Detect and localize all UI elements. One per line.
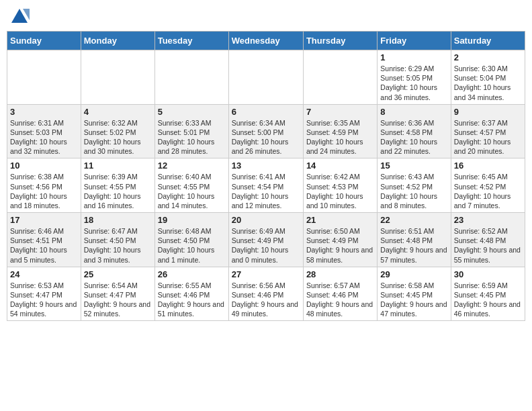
calendar-day-cell: 4Sunrise: 6:32 AM Sunset: 5:02 PM Daylig… — [81, 104, 154, 158]
day-number: 8 — [380, 107, 447, 117]
calendar-day-cell: 5Sunrise: 6:33 AM Sunset: 5:01 PM Daylig… — [154, 104, 228, 158]
day-number: 29 — [380, 269, 447, 279]
logo — [9, 7, 32, 27]
day-info: Sunrise: 6:29 AM Sunset: 5:05 PM Dayligh… — [380, 64, 447, 102]
day-number: 13 — [232, 161, 300, 171]
calendar-day-cell: 1Sunrise: 6:29 AM Sunset: 5:05 PM Daylig… — [378, 50, 451, 105]
day-info: Sunrise: 6:34 AM Sunset: 5:00 PM Dayligh… — [232, 118, 300, 156]
calendar-day-cell: 28Sunrise: 6:57 AM Sunset: 4:46 PM Dayli… — [303, 267, 377, 321]
calendar-header: SundayMondayTuesdayWednesdayThursdayFrid… — [7, 32, 525, 50]
day-number: 12 — [158, 161, 226, 171]
calendar-week-row: 10Sunrise: 6:38 AM Sunset: 4:56 PM Dayli… — [7, 158, 525, 213]
day-number: 3 — [10, 107, 78, 117]
day-number: 1 — [380, 52, 447, 62]
day-number: 30 — [454, 269, 522, 279]
day-number: 5 — [158, 107, 226, 117]
day-info: Sunrise: 6:42 AM Sunset: 4:53 PM Dayligh… — [306, 172, 374, 210]
calendar-day-cell: 19Sunrise: 6:48 AM Sunset: 4:50 PM Dayli… — [154, 213, 228, 267]
day-info: Sunrise: 6:36 AM Sunset: 4:58 PM Dayligh… — [380, 118, 447, 156]
calendar-day-cell: 22Sunrise: 6:51 AM Sunset: 4:48 PM Dayli… — [378, 213, 451, 267]
day-info: Sunrise: 6:32 AM Sunset: 5:02 PM Dayligh… — [84, 118, 152, 156]
day-of-week-header: Wednesday — [228, 32, 303, 50]
day-number: 2 — [454, 52, 522, 62]
day-of-week-header: Monday — [81, 32, 154, 50]
day-of-week-header: Friday — [378, 32, 451, 50]
day-info: Sunrise: 6:51 AM Sunset: 4:48 PM Dayligh… — [380, 226, 447, 265]
day-number: 6 — [232, 107, 300, 117]
day-info: Sunrise: 6:38 AM Sunset: 4:56 PM Dayligh… — [10, 172, 78, 210]
day-number: 25 — [84, 269, 152, 279]
calendar-day-cell: 16Sunrise: 6:45 AM Sunset: 4:52 PM Dayli… — [451, 158, 525, 213]
day-number: 11 — [84, 161, 152, 171]
calendar-day-cell: 15Sunrise: 6:43 AM Sunset: 4:52 PM Dayli… — [378, 158, 451, 213]
calendar-day-cell: 27Sunrise: 6:56 AM Sunset: 4:46 PM Dayli… — [228, 267, 303, 321]
day-info: Sunrise: 6:30 AM Sunset: 5:04 PM Dayligh… — [454, 64, 522, 102]
day-info: Sunrise: 6:31 AM Sunset: 5:03 PM Dayligh… — [10, 118, 78, 156]
day-number: 7 — [306, 107, 374, 117]
day-number: 15 — [380, 161, 447, 171]
calendar-day-cell: 14Sunrise: 6:42 AM Sunset: 4:53 PM Dayli… — [303, 158, 377, 213]
calendar-day-cell — [7, 50, 81, 105]
calendar-week-row: 24Sunrise: 6:53 AM Sunset: 4:47 PM Dayli… — [7, 267, 525, 321]
day-info: Sunrise: 6:39 AM Sunset: 4:55 PM Dayligh… — [84, 172, 152, 210]
day-number: 24 — [10, 269, 78, 279]
day-number: 20 — [232, 215, 300, 225]
day-info: Sunrise: 6:45 AM Sunset: 4:52 PM Dayligh… — [454, 172, 522, 210]
calendar-day-cell: 10Sunrise: 6:38 AM Sunset: 4:56 PM Dayli… — [7, 158, 81, 213]
calendar-week-row: 1Sunrise: 6:29 AM Sunset: 5:05 PM Daylig… — [7, 50, 525, 105]
day-info: Sunrise: 6:41 AM Sunset: 4:54 PM Dayligh… — [232, 172, 300, 210]
calendar-day-cell: 6Sunrise: 6:34 AM Sunset: 5:00 PM Daylig… — [228, 104, 303, 158]
calendar-day-cell: 8Sunrise: 6:36 AM Sunset: 4:58 PM Daylig… — [378, 104, 451, 158]
day-info: Sunrise: 6:35 AM Sunset: 4:59 PM Dayligh… — [306, 118, 374, 156]
calendar-day-cell: 2Sunrise: 6:30 AM Sunset: 5:04 PM Daylig… — [451, 50, 525, 105]
calendar-day-cell: 24Sunrise: 6:53 AM Sunset: 4:47 PM Dayli… — [7, 267, 81, 321]
day-info: Sunrise: 6:57 AM Sunset: 4:46 PM Dayligh… — [306, 281, 374, 319]
day-number: 9 — [454, 107, 522, 117]
calendar-day-cell: 13Sunrise: 6:41 AM Sunset: 4:54 PM Dayli… — [228, 158, 303, 213]
day-info: Sunrise: 6:50 AM Sunset: 4:49 PM Dayligh… — [306, 226, 374, 265]
day-info: Sunrise: 6:55 AM Sunset: 4:46 PM Dayligh… — [158, 281, 226, 319]
calendar-day-cell: 26Sunrise: 6:55 AM Sunset: 4:46 PM Dayli… — [154, 267, 228, 321]
day-number: 23 — [454, 215, 522, 225]
day-number: 26 — [158, 269, 226, 279]
day-number: 27 — [232, 269, 300, 279]
calendar-day-cell: 25Sunrise: 6:54 AM Sunset: 4:47 PM Dayli… — [81, 267, 154, 321]
day-info: Sunrise: 6:46 AM Sunset: 4:51 PM Dayligh… — [10, 226, 78, 265]
day-of-week-header: Tuesday — [154, 32, 228, 50]
calendar-day-cell: 29Sunrise: 6:58 AM Sunset: 4:45 PM Dayli… — [378, 267, 451, 321]
calendar-day-cell: 23Sunrise: 6:52 AM Sunset: 4:48 PM Dayli… — [451, 213, 525, 267]
day-number: 10 — [10, 161, 78, 171]
calendar-week-row: 17Sunrise: 6:46 AM Sunset: 4:51 PM Dayli… — [7, 213, 525, 267]
day-info: Sunrise: 6:52 AM Sunset: 4:48 PM Dayligh… — [454, 226, 522, 265]
day-number: 4 — [84, 107, 152, 117]
calendar-day-cell: 9Sunrise: 6:37 AM Sunset: 4:57 PM Daylig… — [451, 104, 525, 158]
day-number: 18 — [84, 215, 152, 225]
day-of-week-header: Saturday — [451, 32, 525, 50]
calendar-day-cell: 12Sunrise: 6:40 AM Sunset: 4:55 PM Dayli… — [154, 158, 228, 213]
day-number: 17 — [10, 215, 78, 225]
day-info: Sunrise: 6:56 AM Sunset: 4:46 PM Dayligh… — [232, 281, 300, 319]
calendar-day-cell: 11Sunrise: 6:39 AM Sunset: 4:55 PM Dayli… — [81, 158, 154, 213]
calendar-week-row: 3Sunrise: 6:31 AM Sunset: 5:03 PM Daylig… — [7, 104, 525, 158]
day-info: Sunrise: 6:40 AM Sunset: 4:55 PM Dayligh… — [158, 172, 226, 210]
day-number: 21 — [306, 215, 374, 225]
calendar-day-cell — [228, 50, 303, 105]
calendar-body: 1Sunrise: 6:29 AM Sunset: 5:05 PM Daylig… — [7, 50, 525, 321]
day-number: 14 — [306, 161, 374, 171]
day-of-week-header: Sunday — [7, 32, 81, 50]
calendar-day-cell — [81, 50, 154, 105]
logo-icon — [9, 7, 30, 27]
calendar-day-cell: 18Sunrise: 6:47 AM Sunset: 4:50 PM Dayli… — [81, 213, 154, 267]
day-info: Sunrise: 6:58 AM Sunset: 4:45 PM Dayligh… — [380, 281, 447, 319]
day-of-week-header: Thursday — [303, 32, 377, 50]
day-number: 28 — [306, 269, 374, 279]
calendar-day-cell: 20Sunrise: 6:49 AM Sunset: 4:49 PM Dayli… — [228, 213, 303, 267]
calendar-day-cell — [154, 50, 228, 105]
day-info: Sunrise: 6:48 AM Sunset: 4:50 PM Dayligh… — [158, 226, 226, 265]
calendar-day-cell: 17Sunrise: 6:46 AM Sunset: 4:51 PM Dayli… — [7, 213, 81, 267]
day-number: 19 — [158, 215, 226, 225]
day-number: 22 — [380, 215, 447, 225]
calendar-day-cell: 3Sunrise: 6:31 AM Sunset: 5:03 PM Daylig… — [7, 104, 81, 158]
day-info: Sunrise: 6:54 AM Sunset: 4:47 PM Dayligh… — [84, 281, 152, 319]
day-info: Sunrise: 6:47 AM Sunset: 4:50 PM Dayligh… — [84, 226, 152, 265]
